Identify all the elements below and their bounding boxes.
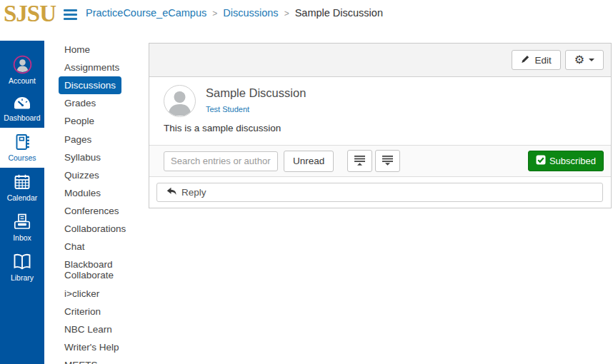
sjsu-logo[interactable]: SJSU (4, 1, 56, 27)
author-link[interactable]: Test Student (206, 105, 249, 113)
course-nav-item-home[interactable]: Home (59, 41, 139, 59)
dashboard-icon (13, 96, 31, 111)
courses-icon (13, 133, 31, 151)
expand-replies-icon (382, 154, 394, 168)
panel-header: Edit ⚙ (149, 44, 611, 77)
global-nav-item-calendar[interactable]: Calendar (0, 168, 44, 208)
course-nav-item-modules[interactable]: Modules (59, 184, 139, 202)
inbox-icon (13, 213, 31, 231)
course-nav-item-grades[interactable]: Grades (59, 94, 139, 112)
course-nav-item-quizzes[interactable]: Quizzes (59, 166, 139, 184)
global-nav-label: Calendar (7, 193, 38, 202)
course-nav-item-people[interactable]: People (59, 112, 139, 130)
subscribed-button[interactable]: Subscribed (528, 151, 604, 171)
search-input[interactable] (164, 151, 278, 171)
course-nav-item-writer-s-help[interactable]: Writer's Help (59, 338, 139, 356)
breadcrumb: PracticeCourse_eCampus>Discussions>Sampl… (86, 7, 383, 19)
discussion-toolbar: Unread (149, 146, 611, 177)
reply-section: Reply (149, 177, 611, 208)
reply-button[interactable]: Reply (156, 183, 603, 202)
reply-arrow-icon (166, 187, 176, 198)
course-nav-item-collaborations[interactable]: Collaborations (59, 220, 139, 238)
account-icon (13, 55, 32, 74)
gear-icon: ⚙ (574, 54, 584, 66)
edit-button-label: Edit (534, 55, 551, 66)
course-nav-item-pages[interactable]: Pages (59, 131, 139, 148)
top-bar: SJSU PracticeCourse_eCampus>Discussions>… (0, 0, 613, 41)
global-nav-label: Library (11, 273, 34, 282)
course-nav-item-conferences[interactable]: Conferences (59, 202, 139, 220)
subscribed-label: Subscribed (549, 156, 596, 166)
global-nav-item-account[interactable]: Account (0, 50, 44, 91)
reply-label: Reply (181, 187, 206, 198)
course-nav-item-nbc-learn[interactable]: NBC Learn (59, 320, 139, 338)
breadcrumb-separator-icon: > (212, 9, 217, 19)
caret-down-icon (589, 59, 594, 61)
discussion-panel: Edit ⚙ Sample Discussion Test Student Th… (149, 43, 612, 208)
global-nav: AccountDashboardCoursesCalendarInboxLibr… (0, 41, 44, 364)
global-nav-item-inbox[interactable]: Inbox (0, 208, 44, 248)
course-nav-item-criterion[interactable]: Criterion (59, 303, 139, 320)
global-nav-label: Courses (8, 153, 36, 162)
breadcrumb-separator-icon: > (284, 9, 289, 19)
canvas-app: SJSU PracticeCourse_eCampus>Discussions>… (0, 0, 613, 364)
discussion-title: Sample Discussion (206, 86, 306, 100)
course-nav: HomeAssignmentsDiscussionsGradesPeoplePa… (44, 41, 149, 364)
global-nav-item-dashboard[interactable]: Dashboard (0, 91, 44, 128)
course-nav-item-i-clicker[interactable]: i>clicker (59, 285, 139, 303)
discussion-body: This is a sample discussion (164, 123, 281, 133)
global-nav-label: Dashboard (4, 113, 40, 122)
unread-filter-button[interactable]: Unread (284, 151, 334, 172)
collapse-replies-icon (354, 154, 366, 168)
pencil-icon (521, 54, 530, 66)
breadcrumb-item[interactable]: PracticeCourse_eCampus (86, 7, 206, 19)
course-nav-item-syllabus[interactable]: Syllabus (59, 148, 139, 166)
unread-label: Unread (293, 156, 324, 166)
global-nav-label: Inbox (13, 233, 31, 242)
calendar-icon (13, 173, 31, 191)
course-nav-item-assignments[interactable]: Assignments (59, 59, 139, 76)
avatar[interactable] (164, 85, 196, 117)
subscribed-check-icon (536, 155, 546, 167)
hamburger-icon[interactable] (64, 9, 78, 20)
edit-button[interactable]: Edit (512, 50, 560, 70)
breadcrumb-item[interactable]: Discussions (223, 7, 278, 19)
course-nav-item-chat[interactable]: Chat (59, 238, 139, 256)
entry-head: Sample Discussion Test Student (206, 86, 306, 115)
course-nav-item-discussions[interactable]: Discussions (59, 76, 121, 94)
collapse-replies-button[interactable] (347, 150, 372, 172)
expand-replies-button[interactable] (375, 150, 400, 172)
breadcrumb-item: Sample Discussion (295, 7, 383, 19)
global-nav-item-courses[interactable]: Courses (0, 128, 44, 168)
course-nav-item-meets[interactable]: MEETS (59, 356, 139, 364)
library-icon (12, 253, 32, 271)
global-nav-item-library[interactable]: Library (0, 248, 44, 288)
discussion-entry: Sample Discussion Test Student This is a… (149, 77, 611, 146)
course-nav-item-blackboard-collaborate[interactable]: Blackboard Collaborate (59, 256, 139, 284)
global-nav-label: Account (9, 76, 36, 85)
settings-button[interactable]: ⚙ (565, 50, 604, 70)
